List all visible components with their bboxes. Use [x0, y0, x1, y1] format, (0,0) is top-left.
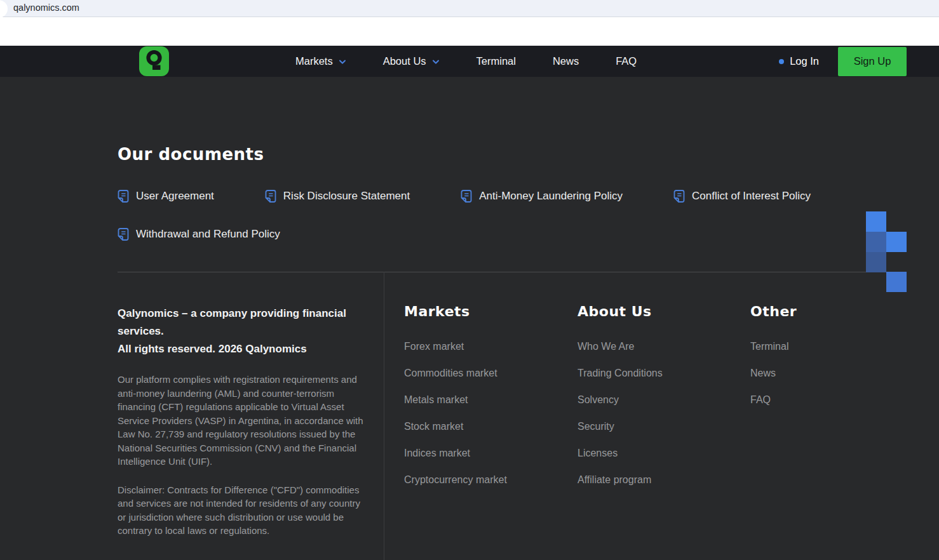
nav-item-news[interactable]: News	[553, 55, 579, 67]
chevron-down-icon	[432, 55, 440, 67]
nav-auth: Log In Sign Up	[779, 46, 907, 77]
company-title-line2: All rights reserved. 2026 Qalynomics	[118, 340, 362, 358]
login-dot-icon	[779, 59, 784, 64]
navbar: Markets About Us Terminal News FAQ	[0, 46, 939, 77]
footer-link-security[interactable]: Security	[578, 421, 663, 432]
white-strip	[0, 17, 939, 46]
footer-column-about-us: About Us Who We Are Trading Conditions S…	[578, 303, 663, 501]
nav-item-label: About Us	[383, 55, 426, 67]
chevron-down-icon	[339, 55, 346, 67]
footer-link-metals-market[interactable]: Metals market	[404, 394, 507, 406]
page-title: Our documents	[118, 145, 264, 164]
decor-square	[866, 211, 886, 232]
url-text[interactable]: qalynomics.com	[13, 3, 79, 13]
footer-link-stock-market[interactable]: Stock market	[404, 421, 507, 432]
footer-column-other: Other Terminal News FAQ	[750, 303, 797, 421]
document-icon	[118, 228, 129, 241]
login-button[interactable]: Log In	[779, 55, 819, 67]
decor-square	[886, 272, 907, 292]
logo-q-icon	[144, 50, 164, 73]
decor-square	[886, 232, 907, 252]
footer-link-affiliate-program[interactable]: Affiliate program	[578, 474, 663, 486]
nav-item-label: Terminal	[476, 55, 516, 67]
signup-button[interactable]: Sign Up	[838, 47, 907, 76]
document-label: Withdrawal and Refund Policy	[136, 228, 280, 241]
footer-link-news[interactable]: News	[750, 368, 797, 379]
document-icon	[118, 190, 129, 203]
footer-column-markets: Markets Forex market Commodities market …	[404, 303, 507, 501]
disclaimer-paragraph: Disclaimer: Contracts for Difference ("C…	[118, 483, 370, 538]
nav-item-about-us[interactable]: About Us	[383, 55, 440, 67]
footer-link-cryptocurrency-market[interactable]: Cryptocurrency market	[404, 474, 507, 486]
document-label: Risk Disclosure Statement	[283, 190, 410, 203]
document-link-aml-policy[interactable]: Anti-Money Laundering Policy	[461, 190, 623, 203]
document-icon	[461, 190, 472, 203]
footer-link-indices-market[interactable]: Indices market	[404, 448, 507, 459]
compliance-paragraph: Our platform complies with registration …	[118, 373, 370, 469]
footer-company-block: Qalynomics – a company providing financi…	[118, 305, 370, 538]
nav-item-label: FAQ	[616, 55, 637, 67]
footer-link-faq[interactable]: FAQ	[750, 394, 797, 406]
brand-logo[interactable]	[139, 46, 169, 76]
nav-item-markets[interactable]: Markets	[295, 55, 346, 67]
document-icon	[673, 190, 685, 203]
company-title-line1: Qalynomics – a company providing financi…	[118, 305, 362, 340]
document-icon	[265, 190, 276, 203]
document-link-risk-disclosure[interactable]: Risk Disclosure Statement	[265, 190, 410, 203]
nav-item-faq[interactable]: FAQ	[616, 55, 637, 67]
document-link-user-agreement[interactable]: User Agreement	[118, 190, 214, 203]
page: qalynomics.com Markets About Us	[0, 0, 939, 560]
footer-column-title: About Us	[578, 303, 663, 319]
nav-item-label: Markets	[295, 55, 333, 67]
footer-column-title: Other	[750, 303, 797, 319]
nav-item-label: News	[553, 55, 579, 67]
footer-link-terminal[interactable]: Terminal	[750, 341, 797, 352]
main-section: Our documents User Agreement Risk Disclo…	[0, 77, 939, 560]
decor-square	[866, 252, 886, 272]
login-label: Log In	[790, 55, 819, 67]
footer-link-licenses[interactable]: Licenses	[578, 448, 663, 459]
footer-top-divider	[118, 272, 886, 272]
footer-link-forex-market[interactable]: Forex market	[404, 341, 507, 352]
nav-item-terminal[interactable]: Terminal	[476, 55, 516, 67]
footer-link-trading-conditions[interactable]: Trading Conditions	[578, 368, 663, 379]
footer-link-commodities-market[interactable]: Commodities market	[404, 368, 507, 379]
document-label: Conflict of Interest Policy	[692, 190, 811, 203]
nav-menu: Markets About Us Terminal News FAQ	[295, 46, 637, 77]
favicon-circle	[0, 0, 8, 18]
document-label: User Agreement	[136, 190, 214, 203]
footer-link-solvency[interactable]: Solvency	[578, 394, 663, 406]
decor-square	[866, 232, 886, 252]
document-link-withdrawal-refund[interactable]: Withdrawal and Refund Policy	[118, 228, 280, 241]
footer-vertical-divider	[384, 272, 384, 560]
documents-list: User Agreement Risk Disclosure Statement…	[118, 190, 877, 241]
footer-link-who-we-are[interactable]: Who We Are	[578, 341, 663, 352]
footer-column-title: Markets	[404, 303, 507, 319]
document-link-conflict-of-interest[interactable]: Conflict of Interest Policy	[673, 190, 811, 203]
browser-url-bar[interactable]: qalynomics.com	[0, 0, 939, 17]
document-label: Anti-Money Laundering Policy	[479, 190, 623, 203]
